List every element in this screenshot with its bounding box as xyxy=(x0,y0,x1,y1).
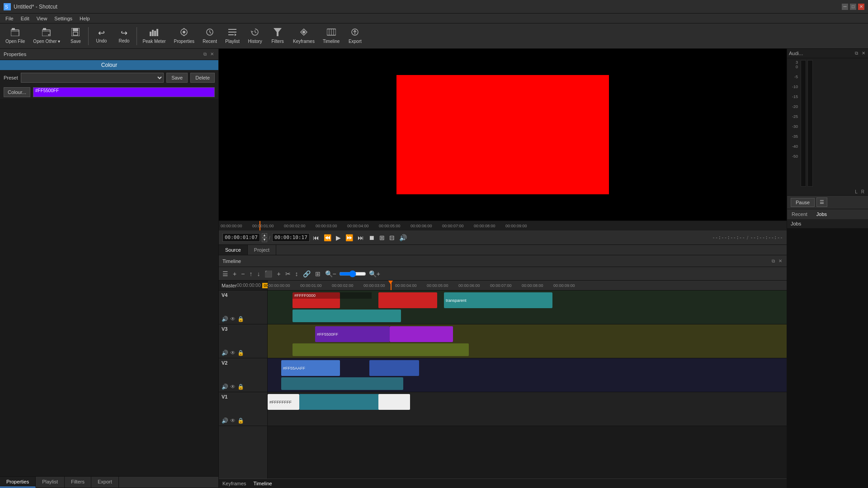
audio-float-btn[interactable]: ⧉ xyxy=(854,50,859,57)
v2-clip-2[interactable] xyxy=(369,360,419,376)
colour-swatch[interactable]: #FF5500FF xyxy=(33,87,215,97)
tab-project[interactable]: Project xyxy=(248,245,276,255)
colour-picker-button[interactable]: Colour... xyxy=(4,87,30,97)
tl-zoom-out-button[interactable]: 🔍− xyxy=(323,269,338,278)
properties-button[interactable]: Properties xyxy=(170,25,198,47)
bottom-tab-keyframes[interactable]: Keyframes xyxy=(222,481,246,486)
loop-button[interactable]: ⊞ xyxy=(378,234,386,241)
menu-edit[interactable]: Edit xyxy=(17,15,33,22)
keyframes-button[interactable]: Keyframes xyxy=(289,25,318,47)
properties-close-button[interactable]: ✕ xyxy=(209,51,215,58)
tl-menu-button[interactable]: ☰ xyxy=(221,269,230,278)
volume-button[interactable]: 🔊 xyxy=(398,234,408,241)
tab-properties[interactable]: Properties xyxy=(0,477,36,488)
timeline-button[interactable]: Timeline xyxy=(319,25,343,47)
menu-settings[interactable]: Settings xyxy=(51,15,76,22)
pause-button[interactable]: Pause xyxy=(791,198,815,207)
tl-remove-button[interactable]: − xyxy=(239,269,246,278)
v4-visible-button[interactable]: 👁 xyxy=(230,316,236,322)
v3-clip-1[interactable]: #FF5500FF xyxy=(315,326,390,342)
right-tab-recent[interactable]: Recent xyxy=(787,209,812,219)
peak-meter-button[interactable]: Peak Meter xyxy=(139,25,169,47)
play-button[interactable]: ▶ xyxy=(335,234,342,241)
recent-button[interactable]: Recent xyxy=(199,25,221,47)
stop-button[interactable]: ⏹ xyxy=(367,234,376,241)
tab-filters[interactable]: Filters xyxy=(65,477,91,488)
redo-button[interactable]: ↪ Redo xyxy=(113,25,135,47)
v1-clip-1[interactable]: #FFFFFFFF xyxy=(268,394,299,410)
v3-lock-button[interactable]: 🔒 xyxy=(237,350,244,356)
v1-clip-3[interactable] xyxy=(378,394,410,410)
goto-end-button[interactable]: ⏭ xyxy=(356,234,365,241)
prev-frame-button[interactable]: ⏪ xyxy=(322,234,333,241)
close-button[interactable]: ✕ xyxy=(858,4,864,10)
v4-clip-3[interactable]: transparent xyxy=(444,292,552,308)
v3-visible-button[interactable]: 👁 xyxy=(230,350,236,356)
menu-file[interactable]: File xyxy=(2,15,17,22)
list-button[interactable]: ☰ xyxy=(816,197,827,207)
audio-close-btn[interactable]: ✕ xyxy=(861,50,866,57)
svg-rect-9 xyxy=(73,32,78,35)
tl-add-track-button[interactable]: + xyxy=(231,269,238,278)
v2-visible-button[interactable]: 👁 xyxy=(230,384,236,390)
v4-lock-button[interactable]: 🔒 xyxy=(237,316,244,322)
tl-split-button[interactable]: ✂ xyxy=(283,269,292,278)
save-preset-button[interactable]: Save xyxy=(166,73,188,83)
history-button[interactable]: History xyxy=(244,25,266,47)
master-row: Master 00:00:00:00 00:00:04:16 xyxy=(219,281,267,291)
current-time-display[interactable]: 00:00:01:07 xyxy=(222,233,260,242)
ruler-tick-8: 00:00:08:00 xyxy=(522,283,543,288)
tl-snap-button[interactable]: ⊞ xyxy=(313,269,322,278)
tab-playlist[interactable]: Playlist xyxy=(36,477,65,488)
tl-overwrite-button[interactable]: ↓ xyxy=(255,269,262,278)
menu-help[interactable]: Help xyxy=(76,15,94,22)
undo-button[interactable]: ↩ Undo xyxy=(90,25,112,47)
maximize-button[interactable]: □ xyxy=(850,4,856,10)
open-file-button[interactable]: Open File xyxy=(2,25,28,47)
bottom-tab-timeline[interactable]: Timeline xyxy=(254,481,272,486)
timeline-float-btn[interactable]: ⧉ xyxy=(771,258,776,265)
properties-float-button[interactable]: ⧉ xyxy=(203,51,208,58)
delete-preset-button[interactable]: Delete xyxy=(190,73,215,83)
menu-view[interactable]: View xyxy=(33,15,51,22)
playlist-button[interactable]: Playlist xyxy=(222,25,243,47)
next-frame-button[interactable]: ⏩ xyxy=(344,234,354,241)
v3-clip-2[interactable] xyxy=(390,326,453,342)
tab-source[interactable]: Source xyxy=(219,245,248,255)
v2-audio-button[interactable]: 🔊 xyxy=(222,384,228,390)
open-other-label: Open Other ▾ xyxy=(33,39,60,44)
open-other-button[interactable]: ▾ Open Other ▾ xyxy=(29,25,64,47)
v4-clip-3-label: transparent xyxy=(446,298,467,303)
v2-lock-button[interactable]: 🔒 xyxy=(237,384,244,390)
tl-copy-button[interactable]: ⬛ xyxy=(263,269,274,278)
tl-ripple-button[interactable]: ↕ xyxy=(293,269,300,278)
v3-audio-button[interactable]: 🔊 xyxy=(222,350,228,356)
right-tab-jobs[interactable]: Jobs xyxy=(812,209,831,219)
filters-button[interactable]: Filters xyxy=(267,25,288,47)
v1-audio-button[interactable]: 🔊 xyxy=(222,418,228,424)
zoom-slider[interactable] xyxy=(339,270,366,277)
time-down-button[interactable]: ▼ xyxy=(262,238,267,242)
jobs-header: Jobs xyxy=(787,219,868,229)
export-label: Export xyxy=(349,39,362,44)
tab-export[interactable]: Export xyxy=(91,477,119,488)
v2-clip-1[interactable]: #FF55AAFF xyxy=(281,360,340,376)
toggle-button[interactable]: ⊟ xyxy=(388,234,396,241)
goto-start-button[interactable]: ⏮ xyxy=(311,234,321,241)
export-button[interactable]: Export xyxy=(344,25,366,47)
tl-paste-button[interactable]: + xyxy=(275,269,282,278)
timeline-close-btn[interactable]: ✕ xyxy=(778,258,783,265)
tl-link-button[interactable]: 🔗 xyxy=(301,269,312,278)
tl-lift-button[interactable]: ↑ xyxy=(247,269,254,278)
preset-select[interactable] xyxy=(21,73,164,83)
minimize-button[interactable]: ─ xyxy=(842,4,848,10)
v1-lock-button[interactable]: 🔒 xyxy=(237,418,244,424)
v4-audio-button[interactable]: 🔊 xyxy=(222,316,228,322)
v4-clip-2[interactable] xyxy=(378,292,437,308)
time-up-button[interactable]: ▲ xyxy=(262,233,267,238)
tl-zoom-in-button[interactable]: 🔍+ xyxy=(367,269,382,278)
save-button[interactable]: Save xyxy=(65,25,86,47)
db-25: -25 xyxy=(789,114,798,119)
v1-track: #FFFFFFFF xyxy=(268,392,787,426)
v1-visible-button[interactable]: 👁 xyxy=(230,418,236,424)
